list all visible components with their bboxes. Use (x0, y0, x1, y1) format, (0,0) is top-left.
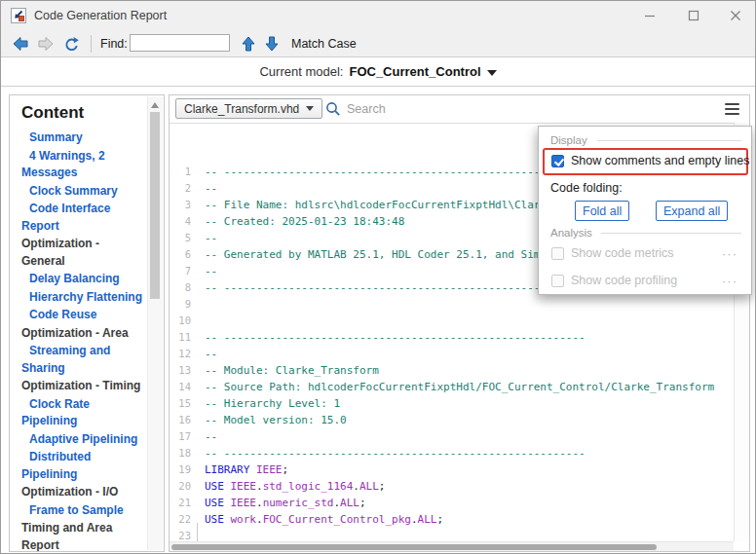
code-text: -- -------------------------------------… (205, 281, 586, 294)
match-case-toggle[interactable]: Match Case (291, 30, 357, 57)
code-token: USE (205, 497, 224, 509)
line-number: 11 (170, 329, 191, 346)
back-icon[interactable] (13, 36, 28, 52)
code-line: 11-- -----------------------------------… (170, 329, 734, 346)
line-number: 5 (170, 230, 191, 246)
code-token: -- (205, 182, 217, 195)
code-token: -- Source Path: hdlcoderFocCurrentFixptH… (205, 381, 714, 393)
current-model-bar: Current model: FOC_Current_Control (1, 57, 755, 87)
sidebar-link[interactable]: Hierarchy Flattening (21, 289, 146, 307)
maximize-button[interactable] (676, 1, 711, 30)
line-number: 12 (170, 346, 191, 362)
sidebar-link[interactable]: Summary (21, 129, 146, 147)
code-token: -- (205, 430, 217, 443)
toolbar-separator (91, 35, 92, 53)
sidebar-link[interactable]: Delay Balancing (21, 271, 146, 288)
fold-guide-line (197, 523, 198, 541)
code-token: . (411, 513, 418, 526)
show-code-profiling-checkbox (551, 275, 564, 287)
code-token: work (231, 513, 257, 526)
code-token: IEEE (256, 463, 283, 476)
expand-all-button[interactable]: Expand all (656, 201, 728, 221)
code-token: LIBRARY (205, 463, 249, 476)
sidebar-link[interactable]: Code Interface Report (21, 201, 146, 235)
line-number: 19 (170, 462, 191, 478)
code-token: IEEE (231, 480, 257, 493)
minimize-button[interactable] (632, 1, 667, 30)
line-number: 18 (170, 445, 191, 462)
fold-all-button[interactable]: Fold all (575, 201, 629, 221)
sidebar-link[interactable]: Clock Summary (21, 183, 146, 201)
sidebar-section-header: Optimization - Area (21, 325, 146, 343)
find-input[interactable] (130, 34, 230, 52)
code-line: 12-- (170, 346, 734, 362)
sidebar-link[interactable]: Clock Rate Pipelining (21, 396, 146, 430)
display-section-rule (597, 140, 741, 141)
file-dropdown-label: Clarke_Transform.vhd (184, 102, 299, 116)
find-previous-icon[interactable] (241, 36, 256, 52)
code-token: -- -------------------------------------… (205, 447, 586, 460)
content-heading: Content (21, 103, 146, 123)
title-bar: Code Generation Report (1, 1, 755, 31)
model-dropdown-caret-icon[interactable] (487, 70, 497, 76)
code-text: -- Created: 2025-01-23 18:43:48 (205, 215, 404, 228)
line-number: 3 (170, 197, 191, 213)
code-token (224, 497, 231, 509)
sidebar-link[interactable]: Streaming and Sharing (21, 343, 146, 377)
content-sidebar: Content Summary4 Warnings, 2 MessagesClo… (9, 94, 165, 552)
current-model-name[interactable]: FOC_Current_Control (349, 64, 480, 79)
code-line: 19LIBRARY IEEE; (170, 462, 734, 478)
code-text: -- (205, 265, 217, 277)
line-number: 20 (170, 478, 191, 495)
menu-icon[interactable] (725, 103, 739, 118)
refresh-icon[interactable] (63, 36, 79, 52)
code-token: USE (205, 480, 224, 493)
code-token: -- (205, 265, 217, 277)
forward-icon[interactable] (38, 36, 54, 52)
close-button[interactable] (718, 1, 753, 30)
sidebar-link[interactable]: Code Reuse (21, 307, 146, 324)
sidebar-nav: Summary4 Warnings, 2 MessagesClock Summa… (21, 129, 146, 552)
code-token: ; (359, 497, 366, 509)
code-folding-label: Code folding: (550, 181, 623, 195)
code-text: -- Source Path: hdlcoderFocCurrentFixptH… (205, 381, 714, 393)
line-number: 23 (170, 528, 191, 541)
show-code-metrics-label: Show code metrics (571, 247, 674, 260)
code-text: -- (205, 430, 217, 443)
code-text: LIBRARY IEEE; (205, 463, 288, 476)
line-number: 21 (170, 495, 191, 511)
show-comments-checkbox[interactable] (551, 155, 564, 167)
profiling-ellipsis-icon: ··· (722, 275, 737, 287)
sidebar-scrollbar[interactable] (147, 96, 163, 550)
line-number: 1 (170, 164, 191, 180)
code-search-input[interactable]: Search (347, 95, 386, 123)
sidebar-link[interactable]: Distributed Pipelining (21, 449, 146, 483)
find-next-icon[interactable] (264, 36, 280, 52)
code-token: ; (379, 480, 386, 493)
code-token: . (256, 480, 263, 493)
code-header: Clarke_Transform.vhd Search (170, 95, 749, 124)
show-code-profiling-label: Show code profiling (571, 275, 677, 287)
code-token: ALL (340, 497, 359, 509)
horizontal-scroll-thumb[interactable] (171, 544, 657, 550)
sidebar-link[interactable]: Frame to Sample (21, 502, 146, 520)
sidebar-scroll-thumb[interactable] (150, 112, 160, 299)
code-line: 22USE work.FOC_Current_Control_pkg.ALL; (170, 511, 734, 528)
code-horizontal-scrollbar[interactable] (170, 541, 734, 551)
sidebar-link[interactable]: 4 Warnings, 2 Messages (21, 148, 146, 182)
code-token (224, 513, 231, 526)
line-number: 10 (170, 313, 191, 329)
code-token: -- Model version: 15.0 (205, 414, 347, 426)
file-dropdown-button[interactable]: Clarke_Transform.vhd (175, 98, 322, 119)
code-line: 18-- -----------------------------------… (170, 445, 734, 462)
line-number: 15 (170, 395, 191, 412)
window-title: Code Generation Report (34, 1, 167, 30)
file-dropdown-caret-icon (306, 106, 314, 111)
sidebar-link[interactable]: Adaptive Pipelining (21, 431, 146, 449)
scroll-up-icon[interactable] (151, 102, 159, 108)
code-generation-report-window: Code Generation Report Find: (0, 0, 756, 554)
code-line: 10 (170, 313, 734, 329)
find-label: Find: (100, 30, 128, 57)
code-token: ; (282, 463, 288, 476)
code-token: ALL (418, 513, 437, 526)
